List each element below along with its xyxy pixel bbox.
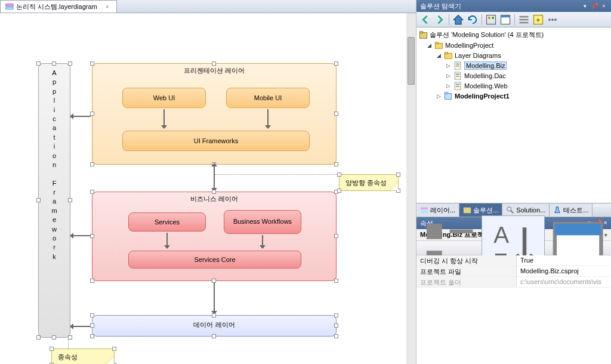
solution-explorer-header: 솔루션 탐색기 ▾ 📌 × bbox=[416, 0, 611, 12]
expand-icon[interactable]: ▷ bbox=[436, 92, 442, 99]
svg-point-13 bbox=[551, 18, 554, 21]
svg-rect-33 bbox=[421, 211, 428, 213]
expand-icon[interactable]: ▷ bbox=[445, 72, 452, 79]
svg-rect-7 bbox=[520, 16, 529, 17]
svg-rect-1 bbox=[6, 7, 13, 10]
tree-item-modelling-web[interactable]: ▷ Modelling.Web bbox=[418, 81, 610, 91]
collapse-icon[interactable]: ◢ bbox=[436, 52, 442, 58]
layerdiagram-file-icon bbox=[453, 72, 462, 80]
svg-rect-6 bbox=[501, 15, 510, 17]
layer-app-framework-label: Application Framework bbox=[39, 64, 70, 261]
box-mobile-ui[interactable]: Mobile UI bbox=[226, 88, 310, 108]
svg-rect-30 bbox=[445, 93, 451, 99]
close-tab-icon[interactable]: × bbox=[103, 2, 112, 11]
arrow-icon bbox=[73, 326, 91, 327]
show-all-button[interactable] bbox=[485, 13, 498, 26]
back-button[interactable] bbox=[419, 13, 432, 26]
svg-point-35 bbox=[507, 207, 511, 211]
collapse-button[interactable] bbox=[517, 13, 530, 26]
dropdown-icon[interactable]: ▾ bbox=[581, 2, 588, 10]
layer-data[interactable]: 데이어 레이어 bbox=[92, 315, 337, 337]
svg-rect-20 bbox=[445, 52, 448, 54]
svg-rect-34 bbox=[464, 208, 471, 214]
layerdiagram-file-icon bbox=[453, 61, 462, 70]
box-services-core[interactable]: Services Core bbox=[128, 251, 301, 269]
more-button[interactable] bbox=[546, 13, 559, 26]
svg-rect-4 bbox=[492, 17, 494, 19]
tree-solution-root[interactable]: 솔루션 'Modeling Solution' (4 프로젝트) bbox=[418, 30, 610, 40]
layer-business[interactable]: 비즈니스 레이어 Services Business Workflows Ser… bbox=[92, 192, 337, 281]
svg-line-36 bbox=[511, 211, 513, 213]
svg-rect-29 bbox=[456, 86, 459, 87]
tree-item-modelling-dac[interactable]: ▷ Modelling.Dac bbox=[418, 70, 610, 81]
arrow-icon bbox=[267, 109, 269, 126]
svg-rect-32 bbox=[421, 208, 428, 210]
tree-item-modelling-biz[interactable]: ▷ Modelling.Biz bbox=[418, 60, 610, 70]
view-button[interactable]: + bbox=[532, 13, 545, 26]
layer-app-framework[interactable]: Application Framework bbox=[38, 63, 70, 338]
svg-rect-44 bbox=[555, 224, 601, 235]
note-dependency[interactable]: 종속성 bbox=[51, 348, 115, 364]
properties-button[interactable] bbox=[499, 13, 512, 26]
box-web-ui[interactable]: Web UI bbox=[122, 88, 206, 108]
arrow-icon bbox=[214, 283, 215, 311]
box-business-workflows[interactable]: Business Workflows bbox=[224, 210, 301, 234]
svg-rect-2 bbox=[487, 15, 496, 24]
refresh-button[interactable] bbox=[466, 13, 479, 26]
folder-icon bbox=[434, 41, 443, 50]
svg-rect-18 bbox=[435, 42, 438, 44]
arrow-icon bbox=[163, 109, 165, 126]
box-services[interactable]: Services bbox=[128, 212, 206, 232]
canvas-scrollbar[interactable] bbox=[406, 13, 416, 364]
expand-icon[interactable]: ▷ bbox=[445, 82, 452, 89]
svg-point-14 bbox=[554, 18, 557, 21]
svg-point-12 bbox=[548, 18, 551, 21]
svg-rect-0 bbox=[6, 4, 13, 7]
collapse-icon[interactable]: ◢ bbox=[426, 42, 433, 48]
svg-rect-23 bbox=[456, 66, 459, 67]
box-ui-frameworks[interactable]: UI Frameworks bbox=[122, 131, 310, 151]
tab-solution[interactable]: Solution... bbox=[502, 203, 550, 217]
tab-solution-explorer[interactable]: 솔루션... bbox=[459, 203, 502, 217]
layerdiagram-icon bbox=[5, 2, 14, 11]
tree-folder-layerdiagrams[interactable]: ◢ Layer Diagrams bbox=[418, 50, 610, 60]
svg-rect-16 bbox=[419, 31, 422, 33]
solution-tree[interactable]: 솔루션 'Modeling Solution' (4 프로젝트) ◢ Model… bbox=[416, 27, 611, 203]
project-icon bbox=[444, 92, 453, 100]
layer-business-title: 비즈니스 레이어 bbox=[92, 192, 336, 205]
solution-icon bbox=[419, 31, 428, 39]
tab-layer-explorer[interactable]: 레이어... bbox=[416, 203, 459, 217]
expand-icon[interactable]: ▷ bbox=[445, 62, 452, 69]
connector-line bbox=[215, 174, 341, 175]
layer-data-title: 데이어 레이어 bbox=[92, 316, 336, 331]
connector-line bbox=[68, 335, 69, 348]
tree-project-modelling[interactable]: ◢ ModellingProject bbox=[418, 40, 610, 50]
tab-test[interactable]: 테스트... bbox=[550, 203, 593, 217]
document-tab-title: 논리적 시스템.layerdiagram bbox=[16, 2, 97, 11]
layerdiagram-file-icon bbox=[453, 82, 462, 90]
properties-grid[interactable]: 디버깅 시 항상 시작True 프로젝트 파일Modelling.Biz.csp… bbox=[416, 255, 611, 364]
property-row[interactable]: 프로젝트 폴더c:\users\umc\documents\vis bbox=[416, 277, 611, 288]
property-row[interactable]: 프로젝트 파일Modelling.Biz.csproj bbox=[416, 266, 611, 277]
svg-rect-31 bbox=[445, 92, 448, 94]
close-icon[interactable]: × bbox=[600, 2, 607, 10]
tree-project-modeling1[interactable]: ▷ ModelingProject1 bbox=[418, 91, 610, 101]
solution-explorer-toolbar: + bbox=[416, 12, 611, 27]
arrow-icon bbox=[262, 235, 263, 246]
property-row[interactable]: 디버깅 시 항상 시작True bbox=[416, 255, 611, 266]
arrow-icon bbox=[73, 235, 91, 236]
svg-rect-9 bbox=[520, 21, 529, 23]
arrow-icon bbox=[166, 233, 168, 246]
pin-icon[interactable]: 📌 bbox=[591, 2, 598, 10]
note-bidirectional[interactable]: 양방향 종속성 bbox=[339, 174, 399, 191]
forward-button[interactable] bbox=[433, 13, 446, 26]
svg-rect-25 bbox=[456, 73, 459, 75]
svg-rect-8 bbox=[520, 18, 529, 20]
diagram-canvas[interactable]: Application Framework 프리젠테이션 레이어 Web UI … bbox=[2, 16, 408, 362]
document-tab-active[interactable]: 논리적 시스템.layerdiagram × bbox=[0, 0, 117, 13]
home-button[interactable] bbox=[452, 13, 465, 26]
solution-explorer-title: 솔루션 탐색기 bbox=[420, 2, 461, 11]
layer-presentation[interactable]: 프리젠테이션 레이어 Web UI Mobile UI UI Framework… bbox=[92, 63, 337, 165]
svg-rect-3 bbox=[488, 17, 490, 19]
arrow-icon bbox=[73, 116, 91, 117]
